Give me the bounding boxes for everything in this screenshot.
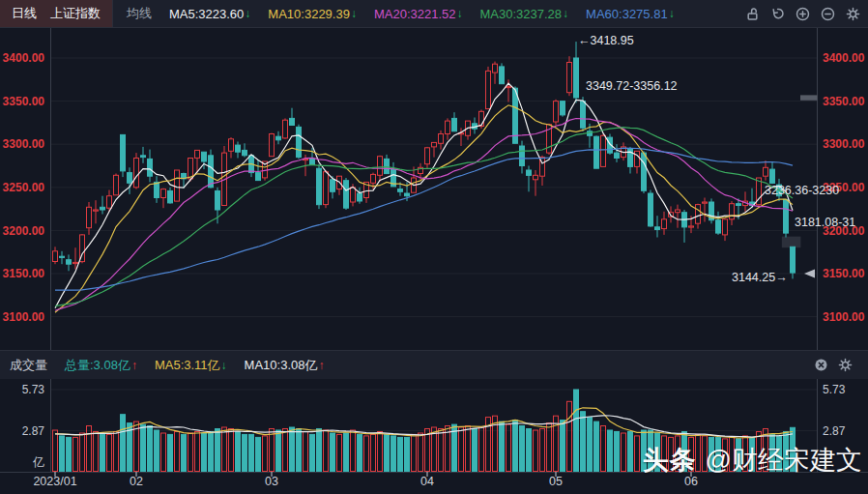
month-label: 02: [130, 475, 143, 488]
candle-body: [581, 102, 586, 129]
volume-bar: [202, 433, 207, 472]
candle-body: [486, 71, 491, 108]
candle-body: [398, 189, 403, 192]
candle-body: [506, 86, 511, 87]
ma10-line: [55, 105, 793, 312]
month-label: 04: [420, 475, 434, 488]
candle-body: [148, 159, 153, 176]
zoom-in-icon[interactable]: [795, 6, 810, 21]
candle-body: [60, 256, 65, 257]
volume-axis-label: 5.73: [22, 383, 45, 396]
volume-bar: [236, 432, 241, 472]
volume-bar: [155, 430, 159, 472]
volume-bar: [412, 434, 417, 471]
volume-bar: [358, 434, 362, 471]
candle-body: [723, 219, 728, 235]
volume-bar: [60, 436, 65, 472]
candle-body: [114, 175, 119, 195]
volume-bar: [364, 436, 369, 472]
candle-body: [642, 153, 647, 190]
volume-bar: [175, 432, 180, 472]
volume-bar: [608, 430, 613, 472]
candle-body: [202, 152, 207, 161]
volume-bar: [371, 434, 376, 471]
candle-body: [290, 118, 295, 125]
ma60-value: MA60:3275.81↓: [586, 7, 675, 21]
candle-body: [452, 118, 457, 131]
candle-body: [561, 102, 565, 115]
candle-body: [310, 159, 315, 164]
volume-bar: [385, 434, 390, 471]
toolbar-icon-group: [744, 6, 860, 21]
candle-body: [209, 156, 214, 188]
volume-bar: [561, 421, 565, 472]
price-marker-arrow: [804, 270, 815, 278]
candle-body: [601, 135, 606, 166]
volume-bar: [263, 436, 268, 472]
volume-bar: [513, 421, 518, 472]
candle-body: [439, 134, 444, 144]
down-arrow-icon: ↓: [245, 7, 250, 20]
price-axis-label: 3300.00: [3, 137, 45, 151]
volume-bar: [601, 426, 606, 472]
period-tab[interactable]: 日线: [12, 5, 37, 22]
volume-icon-group: [813, 358, 853, 373]
volume-bar: [87, 426, 92, 472]
volume-bar: [222, 427, 227, 472]
candle-body: [527, 170, 532, 175]
price-axis-label: 3150.00: [3, 267, 45, 280]
ma20-value: MA20:3221.52↓: [374, 7, 463, 21]
volume-bar: [419, 433, 423, 472]
volume-bar: [527, 429, 532, 472]
volume-pane-header: 成交量 总量:3.08亿↑ MA5:3.11亿↓ MA10:3.08亿↑: [0, 350, 868, 379]
candle-body: [229, 139, 234, 152]
candle-body: [432, 142, 437, 147]
volume-bar: [615, 432, 620, 472]
candle-body: [141, 156, 146, 158]
volume-bar: [581, 412, 586, 472]
watermark-handle: @财经宋建文: [706, 443, 862, 478]
down-arrow-icon: ↓: [351, 7, 357, 20]
volume-ma10-value: MA10:3.08亿↑: [245, 357, 325, 374]
volume-bar: [540, 429, 545, 472]
volume-bar: [67, 437, 72, 471]
price-axis-label: 3250.00: [3, 181, 45, 194]
undo-icon[interactable]: [769, 6, 785, 21]
candle-body: [615, 153, 620, 158]
symbol-name[interactable]: 上证指数: [50, 5, 101, 22]
candle-body: [324, 172, 329, 205]
candle-body: [716, 220, 721, 233]
trading-app-screen: 3400.003400.003350.003350.003300.003300.…: [0, 0, 868, 494]
candle-body: [534, 175, 538, 180]
settings-gear-icon[interactable]: [837, 358, 853, 373]
price-axis-label: 3300.00: [823, 137, 865, 151]
chart-toolbar: 日线 上证指数 均线 MA5:3223.60↓ MA10:3229.39↓ MA…: [0, 0, 868, 28]
candle-body: [256, 173, 261, 181]
volume-bar: [161, 433, 166, 472]
up-arrow-icon: ↑: [318, 359, 324, 372]
volume-bar: [290, 427, 295, 472]
close-pane-icon[interactable]: [813, 358, 828, 373]
candle-body: [446, 121, 450, 133]
unlock-icon[interactable]: [744, 6, 760, 21]
volume-bar: [310, 434, 315, 471]
gap-range-annotation-1: 3349.72-3356.12: [586, 79, 678, 93]
candle-body: [567, 63, 572, 93]
price-axis-label: 3400.00: [3, 51, 45, 65]
candle-body: [737, 204, 741, 206]
volume-bar: [121, 415, 126, 472]
volume-bar: [473, 429, 477, 472]
settings-gear-icon[interactable]: [845, 6, 860, 21]
watermark: 头条 @财经宋建文: [643, 443, 862, 478]
zoom-out-icon[interactable]: [820, 6, 835, 21]
candle-body: [655, 227, 660, 230]
candle-body: [270, 134, 275, 157]
volume-bar: [506, 424, 511, 471]
volume-bar: [344, 433, 349, 472]
price-axis-label: 3350.00: [3, 95, 45, 108]
candle-body: [500, 67, 505, 84]
volume-bar: [195, 432, 200, 472]
candle-body: [574, 58, 579, 98]
down-arrow-icon: ↓: [221, 359, 227, 372]
candle-body: [243, 150, 247, 155]
